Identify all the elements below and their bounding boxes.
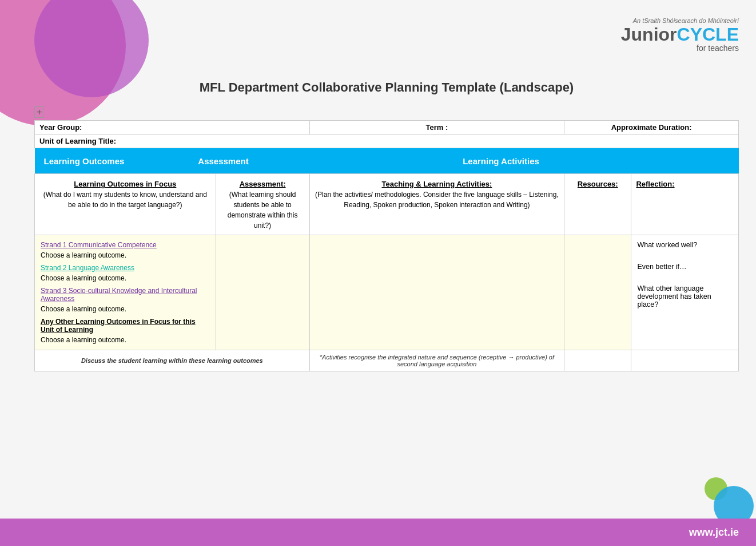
bottom-bar: www.jct.ie	[0, 519, 756, 546]
footer-row: Discuss the student learning within thes…	[35, 350, 739, 371]
column-headers-row: Learning Outcomes in Focus (What do I wa…	[35, 174, 739, 235]
col-assessment-sub: (What learning should students be able t…	[228, 191, 298, 230]
logo-cycle: CYCLE	[677, 24, 739, 45]
strand2-link[interactable]: Strand 2 Language Awareness	[41, 264, 134, 272]
reflection-content-cell: What worked well? Even better if… What o…	[631, 235, 739, 350]
col-learning-outcomes: Learning Outcomes in Focus (What do I wa…	[39, 179, 211, 209]
logo-main: JuniorCYCLE	[621, 25, 739, 43]
footer-reflection	[631, 350, 739, 371]
strand1-link[interactable]: Strand 1 Communicative Competence	[41, 241, 157, 249]
what-worked: What worked well?	[637, 241, 697, 249]
strand1-choose: Choose a learning outcome.	[41, 251, 126, 259]
col-lo-sub: (What do I want my students to know, und…	[43, 191, 207, 209]
arrow-learning-outcomes: Learning Outcomes	[35, 148, 184, 173]
even-better: Even better if…	[637, 263, 686, 271]
any-other-label: Any Other Learning Outcomes in Focus for…	[41, 318, 196, 334]
col-activities-sub: (Plan the activities/ methodologies. Con…	[315, 191, 559, 209]
assessment-content-cell	[216, 235, 309, 350]
logo-area: An tSraith Shóisearach do Mhúinteoirí Ju…	[621, 17, 739, 53]
unit-row: Unit of Learning Title:	[35, 134, 739, 148]
col-activities-title: Teaching & Learning Activities:	[381, 180, 492, 188]
strand3-link[interactable]: Strand 3 Socio-cultural Knowledge and In…	[41, 287, 197, 303]
footer-left: Discuss the student learning within thes…	[81, 357, 263, 364]
logo-junior: Junior	[621, 24, 677, 45]
footer-right: *Activities recognise the integrated nat…	[320, 354, 554, 367]
strand3-choose: Choose a learning outcome.	[41, 305, 126, 313]
header-row: Year Group: Term : Approximate Duration:	[35, 121, 739, 134]
main-table: Year Group: Term : Approximate Duration:…	[34, 120, 739, 371]
arrow-assessment: Assessment	[184, 148, 264, 173]
col-lo-title: Learning Outcomes in Focus	[74, 180, 176, 188]
page-title: MFL Department Collaborative Planning Te…	[34, 80, 739, 95]
col-reflection-title: Reflection:	[636, 180, 674, 188]
arrow-learning-activities: Learning Activities	[264, 148, 739, 173]
expand-icon[interactable]: +	[34, 106, 44, 118]
main-content: MFL Department Collaborative Planning Te…	[34, 80, 739, 371]
strand2-choose: Choose a learning outcome.	[41, 274, 126, 282]
year-group-label: Year Group:	[39, 123, 82, 132]
col-activities: Teaching & Learning Activities: (Plan th…	[315, 179, 560, 209]
footer-url: www.jct.ie	[689, 527, 739, 539]
col-assessment: Assessment: (What learning should studen…	[221, 179, 305, 230]
logo-tagline: An tSraith Shóisearach do Mhúinteoirí	[621, 17, 739, 24]
language-dev: What other language development has take…	[637, 284, 711, 308]
any-other-choose: Choose a learning outcome.	[41, 336, 126, 344]
arrow-header-row: Learning Outcomes Assessment Learning Ac…	[35, 148, 739, 174]
unit-label: Unit of Learning Title:	[39, 137, 116, 145]
resources-content-cell	[564, 235, 631, 350]
col-resources-title: Resources:	[578, 180, 618, 188]
duration-label: Approximate Duration:	[611, 123, 692, 132]
col-assessment-title: Assessment:	[240, 180, 286, 188]
activities-content-cell	[309, 235, 564, 350]
content-row: Strand 1 Communicative Competence Choose…	[35, 235, 739, 350]
footer-resources	[564, 350, 631, 371]
logo-for-teachers: for teachers	[621, 43, 739, 53]
term-label: Term :	[426, 123, 448, 132]
